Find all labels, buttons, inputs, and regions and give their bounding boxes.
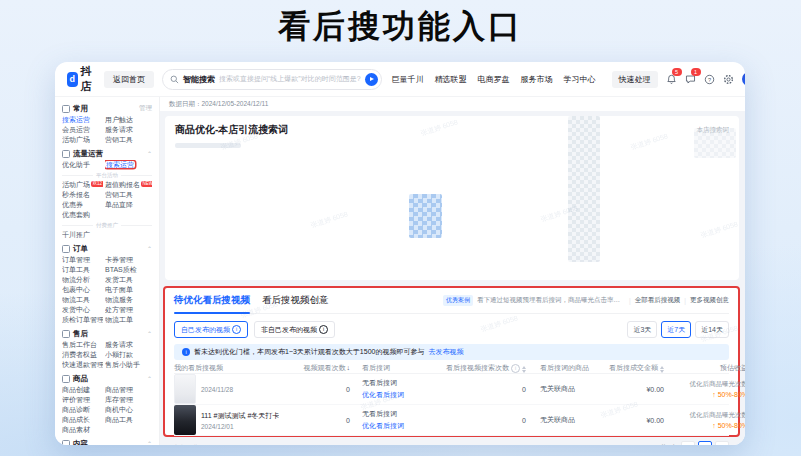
range-7-days-button[interactable]: 近7天 [661,321,691,338]
sidebar-item[interactable]: 售后工作台 [62,340,103,350]
section-header-aftersale[interactable]: 售后 ⌃ [62,327,152,340]
sidebar-item[interactable]: 会员运营 [62,125,103,135]
sidebar-item[interactable]: 处方管理 [105,305,152,315]
sidebar-item[interactable]: 活动广场 [62,135,103,145]
sidebar-item[interactable]: 商品诊断 [62,405,103,415]
collapse-caret-icon[interactable]: ⌃ [147,150,152,157]
excellent-case-badge[interactable]: 优秀案例 [443,295,473,306]
section-header-orders[interactable]: 订单 ⌃ [62,242,152,255]
col-views[interactable]: 视频观看次数↓ [294,363,350,373]
doudian-logo[interactable]: d 抖店 [67,64,96,94]
sidebar-item[interactable]: 发货工具 [105,275,152,285]
optimize-word-link[interactable]: 优化看后搜词 [362,421,430,431]
account-menu[interactable]: 墨石泰米服饰精选… ▾ [742,72,745,86]
sidebar-item[interactable]: 用户触达 [105,115,152,125]
range-3-days-button[interactable]: 近3天 [627,321,657,338]
manage-link[interactable]: 管理 [139,104,152,113]
sidebar-item[interactable]: 商品成长 [62,415,103,425]
nav-luopan[interactable]: 电商罗盘 [478,74,510,85]
sidebar-item[interactable]: 活动广场双12 [62,180,103,190]
collapse-caret-icon[interactable]: ⌃ [147,330,152,337]
video-cell[interactable]: 2024/11/28 [174,374,294,404]
sidebar-item[interactable]: 订单工具 [62,265,103,275]
sidebar-item[interactable]: 商品管理 [105,385,152,395]
video-thumbnail[interactable] [174,374,196,404]
sidebar-item-search-ops-highlighted[interactable]: 搜索运营 [105,160,152,170]
sidebar-divider: 平台活动 [62,171,152,179]
nav-jingxuan[interactable]: 精选联盟 [435,74,467,85]
sidebar-item[interactable]: 营销工具 [105,190,152,200]
collapse-caret-icon[interactable]: ⌃ [147,440,152,445]
sidebar-item[interactable]: 优化助手 [62,160,103,170]
back-home-button[interactable]: 返回首页 [104,71,154,88]
all-videos-link[interactable]: 全部看后搜视频 [635,296,681,305]
section-header-products[interactable]: 商品 ⌃ [62,372,152,385]
video-thumbnail[interactable] [174,405,196,435]
message-icon[interactable]: 1 [685,72,696,86]
nav-xuexi[interactable]: 学习中心 [564,74,596,85]
sidebar-item[interactable]: 营销工具 [105,135,152,145]
section-header-common[interactable]: 常用 管理 [62,102,152,115]
sidebar-item[interactable]: 库存管理 [105,395,152,405]
sidebar-item[interactable]: 商品创建 [62,385,103,395]
filter-self-published[interactable]: 自己发布的视频i [174,321,248,338]
sidebar-item[interactable]: 千川推广 [62,230,103,240]
more-ideas-link[interactable]: 更多视频创意 [690,296,729,305]
sidebar-item[interactable]: 物流服务 [105,295,152,305]
go-publish-link[interactable]: 去发布视频 [428,347,463,357]
section-header-content[interactable]: 内容 ⌃ [62,437,152,445]
nav-fuwu[interactable]: 服务市场 [521,74,553,85]
sidebar-item[interactable]: 发货中心 [62,305,103,315]
sidebar-item[interactable]: 服务请求 [105,125,152,135]
range-14-days-button[interactable]: 近14天 [695,321,729,338]
col-search-times[interactable]: 看后搜视频搜索次数i [430,363,526,373]
sidebar-item[interactable]: 秒杀报名 [62,190,103,200]
col-amount[interactable]: 看后搜成交金额 [602,363,664,373]
sidebar-item[interactable]: 质检订单管理 [62,315,103,325]
sidebar-item[interactable]: 卡券管理 [105,255,152,265]
smart-search-input[interactable]: 智能搜索 搜索或直接提问“线上爆款”对比的时间范围是? [162,69,382,90]
next-page-button[interactable]: › [715,441,729,445]
sidebar-item-search-ops[interactable]: 搜索运营 [62,115,103,125]
search-send-button[interactable] [365,73,378,86]
sidebar-item[interactable]: BTAS质检 [105,265,152,275]
nav-qianchuan[interactable]: 巨量千川 [392,74,424,85]
sidebar-item[interactable]: 包裹中心 [62,285,103,295]
amount-value: ¥0.00 [602,417,664,424]
collapse-caret-icon[interactable]: ⌃ [147,245,152,252]
sidebar-item[interactable]: 电子面单 [105,285,152,295]
sidebar-item[interactable]: 快速退款管理 [62,360,103,370]
sidebar-item[interactable]: 服务请求 [105,340,152,350]
tab-video-ideas[interactable]: 看后搜视频创意 [262,294,329,307]
section-order-icon [62,245,70,253]
sidebar-item[interactable]: 评价管理 [62,395,103,405]
optimize-word-link[interactable]: 优化看后搜词 [362,390,430,400]
tab-pending-videos[interactable]: 待优化看后搜视频 [174,294,250,307]
sidebar-item[interactable]: 商品工具 [105,415,152,425]
sidebar-item[interactable]: 消费者权益 [62,350,103,360]
sidebar-item[interactable]: 订单管理 [62,255,103,265]
help-icon[interactable]: ? [704,72,715,86]
collapse-caret-icon[interactable]: ⌃ [147,375,152,382]
sidebar-item[interactable]: 优惠券 [62,200,103,210]
sidebar-item[interactable]: 商机中心 [105,405,152,415]
sidebar-item[interactable]: 商品素材 [62,425,103,435]
sidebar-item[interactable]: 优惠套购 [62,210,103,220]
sidebar-item[interactable]: 小额打款 [105,350,152,360]
notification-bell-icon[interactable]: 5 [666,72,677,86]
sidebar-item[interactable]: 单品直降 [105,200,152,210]
prev-page-button[interactable]: ‹ [681,441,695,445]
sidebar-item[interactable]: 物流分析 [62,275,103,285]
sidebar-item[interactable]: 物流工单 [105,315,152,325]
section-header-traffic[interactable]: 流量运营 ⌃ [62,147,152,160]
filter-not-self-published[interactable]: 非自己发布的视频i [254,321,335,338]
sidebar-item[interactable]: 超值购报名NEW [105,180,152,190]
sidebar-item[interactable]: 售后小助手 [105,360,152,370]
video-cell[interactable]: 111 #测试测试 #冬天打卡 2024/12/01 [174,405,294,435]
page-1-button[interactable]: 1 [698,441,712,445]
sidebar-item[interactable]: 物流工具 [62,295,103,305]
gear-icon[interactable] [723,72,734,86]
sidebar-item-empty [105,210,152,220]
quick-handle-button[interactable]: 快速处理 [612,71,658,88]
search-label: 智能搜索 [183,74,215,85]
